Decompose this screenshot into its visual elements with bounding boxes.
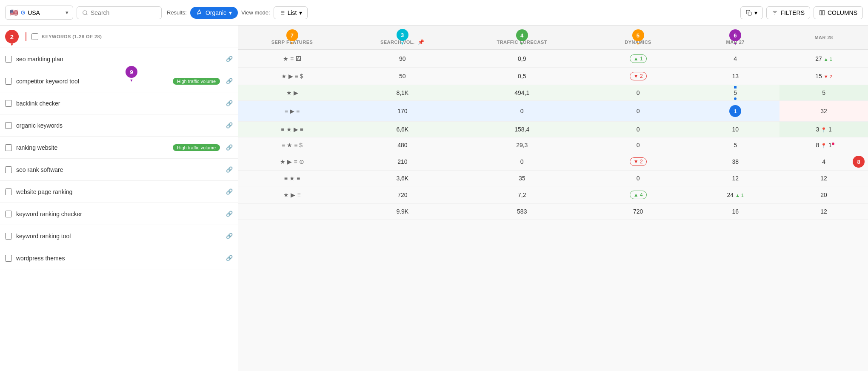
mar28-cell: 4 8 — [779, 153, 868, 171]
columns-button[interactable]: COLUMNS — [814, 6, 863, 19]
list-label: List — [288, 9, 297, 16]
keyword-checkbox[interactable] — [5, 56, 12, 63]
copy-button[interactable]: ▾ — [740, 6, 763, 19]
dynamics-badge-up: ▲ 4 — [630, 191, 647, 199]
keyword-checkbox[interactable] — [5, 188, 12, 195]
filter-icon — [772, 10, 778, 16]
mar28-cell: 20 — [779, 186, 868, 204]
list-icon2: ≡ — [296, 108, 300, 114]
keyword-row: organic keywords 🔗 — [0, 114, 238, 137]
list-icon: ≡ — [295, 73, 298, 80]
results-label: Results: — [167, 9, 187, 16]
copy-icon — [746, 10, 752, 16]
link-icon[interactable]: 🔗 — [226, 211, 233, 217]
keyword-text: competitor keyword tool — [16, 78, 168, 85]
dynamics-badge-down: ▼ 2 — [630, 72, 647, 80]
dynamics-cell: 0 — [585, 85, 691, 101]
link-icon[interactable]: 🔗 — [226, 122, 233, 128]
serp-cell: ★ ≡ 🖼 — [238, 50, 346, 68]
traffic-cell: 0,9 — [459, 50, 585, 68]
filters-label: FILTERS — [780, 9, 805, 16]
mar27-cell: 10 — [691, 122, 779, 137]
table-row: 9.9K 583 720 16 12 — [238, 204, 868, 220]
link-icon[interactable]: 🔗 — [226, 56, 233, 62]
mar27-cell: 38 — [691, 153, 779, 171]
divider-line — [26, 32, 26, 41]
svg-line-1 — [86, 14, 88, 15]
filters-button[interactable]: FILTERS — [766, 6, 810, 19]
svg-point-0 — [83, 10, 87, 14]
select-all-checkbox[interactable] — [31, 33, 38, 40]
organic-icon — [196, 9, 203, 16]
link-icon[interactable]: 🔗 — [226, 100, 233, 106]
keyword-checkbox[interactable] — [5, 166, 12, 173]
serp-cell: ≡ ▶ ≡ — [238, 101, 346, 122]
link-icon[interactable]: 🔗 — [226, 188, 233, 195]
search-box[interactable] — [77, 6, 162, 19]
bubble-4: 4 — [516, 29, 528, 41]
high-traffic-tag: High traffic volume — [173, 144, 220, 151]
star-icon: ★ — [286, 126, 292, 133]
col-dynamics: 5 ▼ DYNAMICS — [585, 26, 691, 50]
keyword-row: 9 ▼ competitor keyword tool High traffic… — [0, 70, 238, 92]
keyword-row: ranking website High traffic volume 🔗 — [0, 137, 238, 159]
keyword-checkbox[interactable] — [5, 144, 12, 151]
link-icon[interactable]: 🔗 — [226, 255, 233, 261]
star-icon: ★ — [281, 73, 287, 80]
svg-rect-12 — [820, 10, 822, 15]
mar28-cell: 3 📍 1 — [779, 122, 868, 137]
col-mar27: 6 ▼ MAR 27 — [691, 26, 779, 50]
list-icon — [279, 10, 285, 16]
mar28-cell: 15 ▼ 2 — [779, 68, 868, 85]
keyword-text: website page ranking — [16, 188, 220, 195]
organic-button[interactable]: Organic ▾ — [190, 7, 238, 19]
keyword-text: keyword ranking tool — [16, 233, 220, 240]
search-vol-cell: 720 — [346, 186, 459, 204]
link-icon[interactable]: 🔗 — [226, 78, 233, 84]
list-icon: ≡ — [284, 175, 288, 182]
country-selector[interactable]: 🇺🇸 G USA ▾ — [5, 6, 73, 20]
dynamics-cell: 0 — [585, 171, 691, 186]
keyword-checkbox[interactable] — [5, 78, 12, 85]
traffic-cell: 494,1 — [459, 85, 585, 101]
keyword-text: wordpress themes — [16, 255, 220, 262]
list-view-button[interactable]: List ▾ — [274, 6, 308, 19]
mar28-cell: 8 📍 1 — [779, 137, 868, 153]
dynamics-badge-down: ▼ 2 — [630, 157, 647, 166]
keywords-panel: 2 ▼ KEYWORDS (1-28 OF 28) seo markting p… — [0, 26, 238, 371]
video-icon: ▶ — [294, 126, 298, 133]
table-row: ★ ≡ 🖼 90 0,9 ▲ 1 4 27 ▲ 1 — [238, 50, 868, 68]
keyword-checkbox[interactable] — [5, 211, 12, 217]
columns-label: COLUMNS — [828, 9, 857, 16]
bubble-3: 3 — [397, 29, 408, 41]
traffic-cell: 35 — [459, 171, 585, 186]
serp-icons: ★ ▶ ≡ $ — [243, 73, 341, 80]
search-vol-cell: 3,6K — [346, 171, 459, 186]
change-up: ▲ 1 — [735, 193, 744, 198]
keyword-checkbox[interactable] — [5, 233, 12, 240]
chevron-down-icon: ▾ — [229, 9, 232, 16]
keyword-checkbox[interactable] — [5, 100, 12, 107]
traffic-cell: 7,2 — [459, 186, 585, 204]
link-icon[interactable]: 🔗 — [226, 166, 233, 173]
dynamics-cell: 0 — [585, 101, 691, 122]
keyword-checkbox[interactable] — [5, 122, 12, 129]
mar28-cell: 12 — [779, 171, 868, 186]
link-icon[interactable]: 🔗 — [226, 144, 233, 151]
keyword-row: wordpress themes 🔗 — [0, 247, 238, 269]
traffic-cell: 583 — [459, 204, 585, 220]
traffic-cell: 0 — [459, 153, 585, 171]
serp-cell — [238, 204, 346, 220]
link-icon[interactable]: 🔗 — [226, 233, 233, 239]
keywords-header: 2 ▼ KEYWORDS (1-28 OF 28) — [0, 26, 238, 48]
star-icon: ★ — [280, 158, 286, 165]
keyword-checkbox[interactable] — [5, 255, 12, 262]
dynamics-badge-up: ▲ 1 — [630, 54, 647, 63]
keywords-header-text: KEYWORDS (1-28 OF 28) — [42, 34, 102, 39]
mar28-header: MAR 28 — [814, 35, 833, 40]
search-input[interactable] — [91, 9, 150, 16]
change-up: ▲ 1 — [824, 57, 832, 62]
mar27-cell: 13 — [691, 68, 779, 85]
dynamics-cell: ▲ 1 — [585, 50, 691, 68]
main-content: 2 ▼ KEYWORDS (1-28 OF 28) seo markting p… — [0, 26, 868, 371]
